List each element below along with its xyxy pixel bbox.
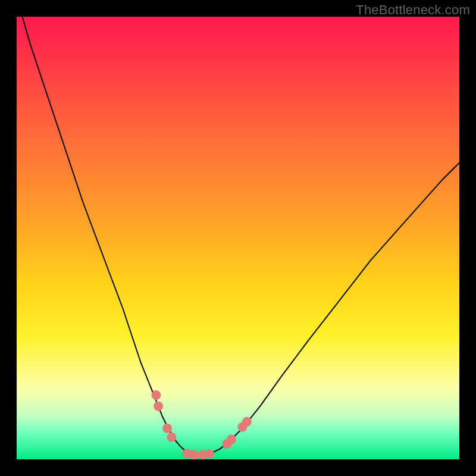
bottleneck-curve — [21, 12, 459, 455]
chart-svg — [17, 17, 459, 459]
marker-dot — [151, 390, 161, 400]
marker-dots-group — [151, 390, 252, 460]
chart-plot-area — [17, 17, 459, 459]
watermark-label: TheBottleneck.com — [356, 2, 470, 18]
marker-dot — [227, 435, 236, 444]
marker-dot — [162, 424, 172, 433]
marker-dot — [242, 417, 252, 427]
marker-dot — [189, 450, 199, 460]
marker-dot — [154, 402, 163, 411]
chart-frame: TheBottleneck.com — [0, 0, 476, 476]
marker-dot — [167, 433, 176, 442]
marker-dot — [205, 449, 214, 459]
